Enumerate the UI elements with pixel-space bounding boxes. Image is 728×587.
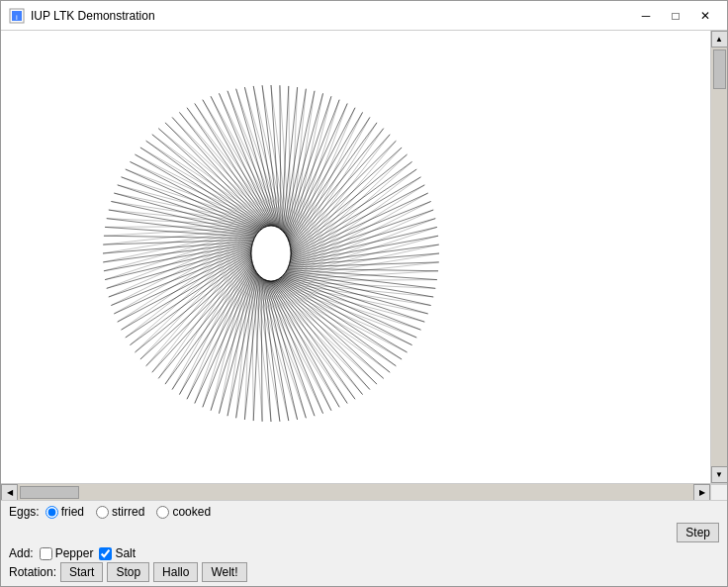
minimize-button[interactable]: ─ bbox=[632, 6, 660, 26]
start-button[interactable]: Start bbox=[60, 562, 103, 582]
radio-stirred-label: stirred bbox=[112, 505, 144, 519]
add-label: Add: bbox=[9, 546, 34, 560]
scroll-down-button[interactable]: ▼ bbox=[711, 466, 728, 483]
eggs-label: Eggs: bbox=[9, 505, 40, 519]
scroll-h-track[interactable] bbox=[18, 484, 693, 500]
step-button[interactable]: Step bbox=[677, 523, 719, 542]
add-row: Add: Pepper Salt bbox=[9, 546, 719, 560]
step-row: Step bbox=[9, 523, 719, 542]
eggs-row: Eggs: fried stirred cooked bbox=[9, 505, 719, 519]
canvas-wrapper bbox=[1, 31, 710, 483]
rotation-label: Rotation: bbox=[9, 565, 56, 579]
stop-button[interactable]: Stop bbox=[107, 562, 149, 582]
salt-label: Salt bbox=[115, 546, 136, 560]
vertical-scrollbar: ▲ ▼ bbox=[710, 31, 727, 483]
radio-cooked-input[interactable] bbox=[156, 506, 169, 519]
scroll-corner bbox=[710, 484, 727, 501]
rotation-row: Rotation: Start Stop Hallo Welt! bbox=[9, 562, 719, 582]
svg-text:i: i bbox=[16, 13, 18, 22]
main-window: i IUP LTK Demonstration ─ □ ✕ ▲ ▼ ◀ ▶ bbox=[0, 0, 728, 587]
pepper-label: Pepper bbox=[55, 546, 94, 560]
window-controls: ─ □ ✕ bbox=[632, 6, 719, 26]
radio-fried-input[interactable] bbox=[46, 506, 58, 519]
maximize-button[interactable]: □ bbox=[662, 6, 689, 26]
radio-fried-label: fried bbox=[61, 505, 84, 519]
checkbox-pepper[interactable]: Pepper bbox=[40, 546, 94, 560]
content-area: ▲ ▼ bbox=[1, 31, 727, 483]
radio-stirred-input[interactable] bbox=[96, 506, 109, 519]
drawing-canvas bbox=[1, 31, 693, 476]
scroll-right-button[interactable]: ▶ bbox=[693, 484, 710, 501]
scroll-up-button[interactable]: ▲ bbox=[711, 31, 728, 48]
window-icon: i bbox=[9, 8, 25, 24]
hallo-button[interactable]: Hallo bbox=[153, 562, 198, 582]
scroll-v-thumb[interactable] bbox=[713, 49, 726, 89]
checkbox-salt-input[interactable] bbox=[99, 547, 112, 560]
scroll-left-button[interactable]: ◀ bbox=[1, 484, 18, 501]
radio-stirred[interactable]: stirred bbox=[96, 505, 144, 519]
radio-cooked-label: cooked bbox=[172, 505, 211, 519]
window-title: IUP LTK Demonstration bbox=[31, 9, 632, 23]
eggs-radio-group: fried stirred cooked bbox=[46, 505, 211, 519]
welt-button[interactable]: Welt! bbox=[202, 562, 246, 582]
radio-cooked[interactable]: cooked bbox=[156, 505, 211, 519]
radio-fried[interactable]: fried bbox=[46, 505, 84, 519]
close-button[interactable]: ✕ bbox=[691, 6, 719, 26]
horizontal-scrollbar: ◀ ▶ bbox=[1, 483, 727, 500]
title-bar: i IUP LTK Demonstration ─ □ ✕ bbox=[1, 1, 727, 31]
bottom-panel: Eggs: fried stirred cooked Step bbox=[1, 500, 727, 586]
scroll-v-track[interactable] bbox=[711, 48, 727, 466]
scroll-h-thumb[interactable] bbox=[20, 486, 79, 499]
checkbox-pepper-input[interactable] bbox=[40, 547, 52, 560]
checkbox-salt[interactable]: Salt bbox=[99, 546, 136, 560]
